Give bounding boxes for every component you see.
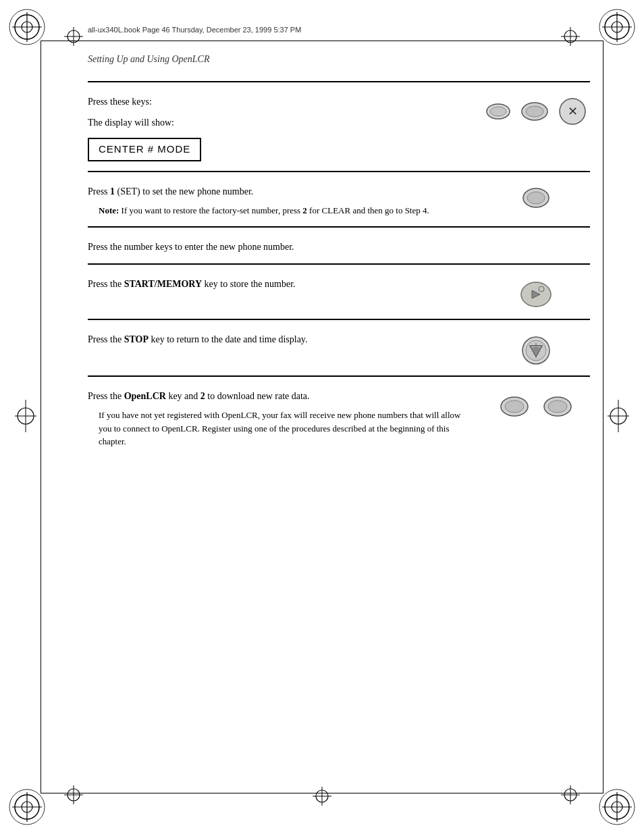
svg-point-42 [490,107,506,116]
display-will-show-label: The display will show: [88,115,468,130]
crosshair-bottom-left [64,785,83,807]
svg-point-56 [505,400,524,413]
section-5-icons [482,332,590,366]
section-6-main: Press the OpenLCR key and 2 to download … [88,389,468,403]
file-info: all-ux340L.book Page 46 Thursday, Decemb… [88,26,301,34]
crosshair-top-right [561,27,580,49]
oval-key-medium [520,101,549,122]
display-box: CENTER # MODE [88,138,201,161]
stop-key [520,335,552,366]
section-3-text: Press the number keys to enter the new p… [88,240,482,254]
page-heading: Setting Up and Using OpenLCR [88,54,209,65]
svg-point-44 [526,106,543,117]
press-keys-label: Press these keys: [88,95,468,109]
section-4: Press the START/MEMORY key to store the … [88,263,590,319]
top-border [41,41,603,41]
svg-point-48 [527,192,545,204]
svg-point-58 [548,400,567,413]
section-4-icons [482,277,590,309]
section-1: Press these keys: The display will show:… [88,81,590,171]
crosshair-bottom-right [561,785,580,807]
section-1-text: Press these keys: The display will show:… [88,95,482,161]
section-2: Press 1 (SET) to set the new phone numbe… [88,171,590,227]
section-2-icons [482,184,590,209]
content-area: Press these keys: The display will show:… [88,81,590,780]
oval-key-set [522,187,550,209]
section-6: Press the OpenLCR key and 2 to download … [88,375,590,458]
section-3: Press the number keys to enter the new p… [88,226,590,263]
section-2-main: Press 1 (SET) to set the new phone numbe… [88,184,468,199]
section-3-main: Press the number keys to enter the new p… [88,240,468,254]
svg-text:✕: ✕ [568,105,578,118]
section-2-note: Note: If you want to restore the factory… [88,204,468,217]
start-memory-key [518,280,554,309]
section-4-text: Press the START/MEMORY key to store the … [88,277,482,291]
left-border [41,41,41,793]
crosshair-top-left [64,27,83,49]
section-3-icons [482,240,590,242]
oval-key-small [485,103,511,120]
crosshair-bottom-center [313,787,331,808]
section-5-text: Press the STOP key to return to the date… [88,332,482,346]
crosshair-left-middle [15,400,36,435]
corner-mark-top-left [7,7,47,47]
section-2-text: Press 1 (SET) to set the new phone numbe… [88,184,482,217]
bottom-border [41,793,603,793]
section-1-icons: ✕ [482,95,590,126]
section-5: Press the STOP key to return to the date… [88,319,590,375]
section-6-text: Press the OpenLCR key and 2 to download … [88,389,482,448]
crosshair-right-middle [608,400,629,435]
section-6-note: If you have not yet registered with Open… [88,409,468,448]
right-border [603,41,603,793]
star-key: ✕ [558,97,587,126]
key-2 [543,396,572,417]
section-6-icons [482,389,590,417]
openlcr-key [500,396,529,417]
